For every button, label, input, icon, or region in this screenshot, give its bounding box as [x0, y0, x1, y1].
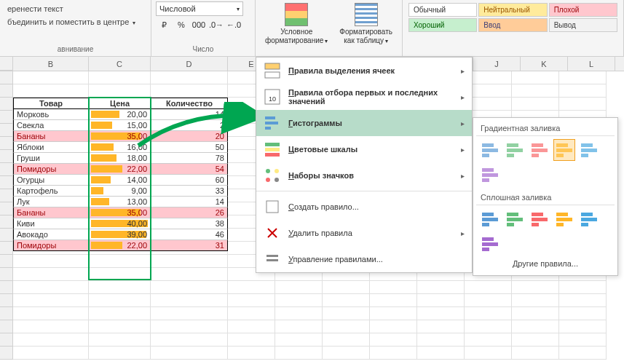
wrap-text-button[interactable]: еренести текст	[4, 3, 146, 15]
cell-name[interactable]: Авокадо	[13, 229, 89, 240]
style-normal[interactable]: Обычный	[408, 3, 477, 17]
cell[interactable]	[512, 307, 559, 320]
cell[interactable]	[417, 347, 465, 360]
cell[interactable]	[323, 294, 370, 307]
cell[interactable]	[13, 347, 89, 360]
cell[interactable]	[559, 98, 607, 111]
cell-price[interactable]: 9,00	[89, 186, 151, 197]
table-header-qty[interactable]: Количество	[151, 98, 228, 109]
cell-name[interactable]: Бананы	[13, 207, 89, 218]
row-header[interactable]	[0, 124, 13, 137]
menu-top-bottom-rules[interactable]: 10 Правила отбора первых и последних зна…	[256, 84, 472, 110]
cell[interactable]	[89, 347, 151, 360]
row-header[interactable]	[0, 307, 13, 320]
cell-qty[interactable]: 14	[151, 109, 228, 120]
cell[interactable]	[89, 333, 151, 347]
cell[interactable]	[89, 268, 151, 281]
table-row[interactable]: Лук 13,00 14	[13, 197, 228, 207]
cell[interactable]	[151, 307, 228, 320]
row-header[interactable]	[0, 347, 13, 360]
cell[interactable]	[13, 333, 89, 347]
row-header[interactable]	[0, 202, 13, 215]
increase-decimal-button[interactable]: .0→	[208, 17, 224, 32]
cell-name[interactable]: Помидоры	[13, 164, 89, 175]
row-header[interactable]	[0, 189, 13, 202]
column-header[interactable]: C	[89, 57, 151, 71]
cell[interactable]	[228, 320, 275, 333]
databar-option[interactable]	[479, 164, 501, 186]
cell[interactable]	[151, 281, 228, 294]
databar-option[interactable]	[479, 208, 501, 230]
menu-manage-rules[interactable]: Управление правилами...	[256, 246, 472, 272]
cell-price[interactable]: 22,00	[89, 164, 151, 175]
cell[interactable]	[228, 294, 275, 307]
cell[interactable]	[228, 347, 275, 360]
cell-price[interactable]: 40,00	[89, 218, 151, 229]
cell[interactable]	[151, 268, 228, 281]
cell[interactable]	[465, 320, 512, 333]
menu-color-scales[interactable]: Цветовые шкалы ▸	[256, 136, 472, 162]
databar-option[interactable]	[553, 139, 575, 161]
databar-option[interactable]	[479, 233, 501, 255]
cell[interactable]	[89, 255, 151, 268]
cell-name[interactable]: Огурцы	[13, 175, 89, 186]
cell[interactable]	[13, 268, 89, 281]
cell[interactable]	[370, 347, 417, 360]
cell[interactable]	[465, 294, 512, 307]
row-header[interactable]	[0, 242, 13, 255]
cell-name[interactable]: Бананы	[13, 131, 89, 142]
cell[interactable]	[323, 281, 370, 294]
cell[interactable]	[465, 333, 512, 347]
style-neutral[interactable]: Нейтральный	[478, 3, 547, 17]
databar-option[interactable]	[578, 208, 600, 230]
style-good[interactable]: Хороший	[408, 18, 477, 32]
cell-name[interactable]: Киви	[13, 218, 89, 229]
cell[interactable]	[13, 84, 89, 98]
cell-price[interactable]: 20,00	[89, 109, 151, 120]
style-bad[interactable]: Плохой	[549, 3, 617, 17]
cell[interactable]	[370, 320, 417, 333]
cell[interactable]	[559, 347, 607, 360]
cell-qty[interactable]: 46	[151, 229, 228, 240]
column-header[interactable]: L	[568, 57, 615, 71]
column-header[interactable]: J	[473, 57, 521, 71]
cell[interactable]	[559, 71, 607, 84]
cell-qty[interactable]: 20	[151, 131, 228, 142]
table-row[interactable]: Помидоры 22,00 31	[13, 240, 228, 251]
cell[interactable]	[13, 294, 89, 307]
cell[interactable]	[559, 333, 607, 347]
cell[interactable]	[89, 294, 151, 307]
row-header[interactable]	[0, 333, 13, 347]
cell[interactable]	[151, 347, 228, 360]
menu-icon-sets[interactable]: Наборы значков ▸	[256, 162, 472, 189]
table-row[interactable]: Бананы 35,00 20	[13, 131, 228, 142]
cell[interactable]	[89, 71, 151, 84]
cell[interactable]	[89, 281, 151, 294]
cell[interactable]	[275, 294, 323, 307]
menu-new-rule[interactable]: Создать правило...	[256, 194, 472, 220]
row-header[interactable]	[0, 294, 13, 307]
cell[interactable]	[275, 281, 323, 294]
row-header[interactable]	[0, 229, 13, 242]
cell-name[interactable]: Свекла	[13, 120, 89, 131]
cell[interactable]	[417, 333, 465, 347]
table-row[interactable]: Помидоры 22,00 54	[13, 164, 228, 175]
menu-clear-rules[interactable]: Удалить правила ▸	[256, 220, 472, 246]
cell[interactable]	[465, 347, 512, 360]
cell[interactable]	[559, 281, 607, 294]
style-input[interactable]: Ввод	[478, 18, 547, 32]
cell-name[interactable]: Яблоки	[13, 142, 89, 153]
cell[interactable]	[559, 84, 607, 98]
databar-option[interactable]	[529, 208, 550, 230]
cell-qty[interactable]: 33	[151, 186, 228, 197]
cell[interactable]	[512, 98, 559, 111]
cell-qty[interactable]: 78	[151, 153, 228, 164]
cell-qty[interactable]: 50	[151, 142, 228, 153]
table-row[interactable]: Груши 18,00 78	[13, 153, 228, 164]
currency-button[interactable]: ₽	[156, 17, 172, 32]
cell[interactable]	[512, 71, 559, 84]
cell[interactable]	[323, 320, 370, 333]
cell[interactable]	[13, 320, 89, 333]
cell-name[interactable]: Лук	[13, 197, 89, 207]
databar-option[interactable]	[504, 208, 526, 230]
